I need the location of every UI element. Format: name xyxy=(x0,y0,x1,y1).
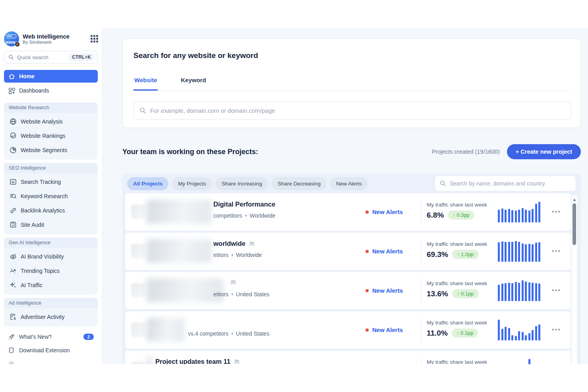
scroll-up-arrow-icon[interactable] xyxy=(573,199,576,201)
link-icon xyxy=(10,207,17,214)
sidebar-item-ai-traffic[interactable]: AI Traffic xyxy=(6,278,96,292)
app-title: Web Intelligence xyxy=(23,33,70,40)
project-region: Worldwide xyxy=(236,252,262,258)
traffic-share-stats: My traffic share last week xyxy=(427,359,487,364)
sidebar-item-clipped[interactable] xyxy=(4,358,98,364)
projects-filter-bar: All Projects My Projects Share Increasin… xyxy=(122,174,581,193)
traffic-share-stats: My traffic share last week 6.8%↑ 0.3pp xyxy=(427,202,487,220)
sidebar-item-trending-topics[interactable]: Trending Topics xyxy=(6,264,96,278)
projects-search-field[interactable] xyxy=(435,176,576,191)
sidebar-item-download-extension[interactable]: Download Extension xyxy=(4,344,98,356)
new-alerts-link[interactable]: New Alerts xyxy=(366,248,403,255)
similarweb-logo: www xyxy=(4,31,19,46)
filter-my-projects[interactable]: My Projects xyxy=(172,177,212,190)
traffic-mini-bar-chart xyxy=(498,241,542,262)
sidebar-item-site-audit[interactable]: Site Audit xyxy=(6,218,96,232)
change-badge: ↑ 0.1pp xyxy=(452,289,479,298)
sparkles-icon xyxy=(10,282,17,289)
whats-new-count-badge: 2 xyxy=(83,334,94,340)
sidebar-item-website-rankings[interactable]: Website Rankings xyxy=(6,129,96,143)
project-row[interactable]: vs.4 competitors•United States New Alert… xyxy=(125,311,571,349)
quick-search-placeholder: Quick search xyxy=(17,54,48,60)
sidebar-item-dashboards[interactable]: Dashboards xyxy=(4,84,98,97)
search-icon xyxy=(139,107,146,114)
stat-label: My traffic share last week xyxy=(427,202,487,208)
project-row[interactable]: Digital Performance competitors•Worldwid… xyxy=(125,193,571,231)
stat-label: My traffic share last week xyxy=(427,359,487,364)
traffic-share-stats: My traffic share last week 69.3%↑ 1.0pp xyxy=(427,241,487,259)
globe-chart-icon xyxy=(10,132,17,139)
projects-heading: Your team is working on these Projects: xyxy=(122,148,258,156)
project-title: Digital Performance xyxy=(213,201,275,208)
search-tabs: Website Keyword xyxy=(133,77,570,91)
traffic-mini-bar-chart xyxy=(498,320,542,340)
sidebar-item-search-tracking[interactable]: Search Tracking xyxy=(6,175,96,189)
section-title: Gen AI Intelligence xyxy=(4,238,98,248)
change-badge: ↑ 1.0pp xyxy=(452,250,479,259)
project-competitors: vs.4 competitors xyxy=(188,330,228,337)
website-search-field[interactable] xyxy=(133,101,571,120)
filter-share-increasing[interactable]: Share Increasing xyxy=(216,177,268,190)
pie-chart-icon xyxy=(10,147,17,154)
project-row[interactable]: worldwide etitors•Worldwide New Alerts M… xyxy=(125,233,571,270)
dot-separator: • xyxy=(231,252,233,258)
dot-separator: • xyxy=(231,291,233,297)
dot-separator: • xyxy=(245,212,247,219)
trending-icon xyxy=(10,267,17,274)
traffic-share-value: 6.8% xyxy=(427,211,444,220)
row-more-menu[interactable]: ••• xyxy=(552,248,561,254)
alert-dot-icon xyxy=(366,289,369,292)
sidebar-item-ai-brand-visibility[interactable]: AI Brand Visibility xyxy=(6,249,96,264)
projects-search-input[interactable] xyxy=(450,180,561,187)
sidebar-item-label: Search Tracking xyxy=(21,179,61,185)
website-search-input[interactable] xyxy=(150,107,534,114)
row-more-menu[interactable]: ••• xyxy=(552,209,561,215)
filter-share-decreasing[interactable]: Share Decreasing xyxy=(272,177,327,190)
dashboards-icon xyxy=(8,87,15,94)
stat-label: My traffic share last week xyxy=(427,280,487,286)
sidebar-item-whats-new[interactable]: What's New? 2 xyxy=(4,331,98,343)
divider xyxy=(421,279,422,302)
scrollbar-thumb[interactable] xyxy=(573,203,576,245)
app-frame: www Web Intelligence By Similarweb Quick… xyxy=(0,28,588,364)
team-icon xyxy=(230,279,236,286)
project-row-partial[interactable]: Project updates team 11 My traffic share… xyxy=(125,351,571,364)
apps-grid-icon[interactable] xyxy=(91,35,99,43)
list-scrollbar[interactable] xyxy=(572,195,577,364)
traffic-mini-bar-chart xyxy=(498,202,542,222)
divider xyxy=(421,240,422,263)
row-more-menu[interactable]: ••• xyxy=(552,287,561,294)
tab-keyword[interactable]: Keyword xyxy=(180,77,207,91)
project-logo-blurred xyxy=(131,322,145,337)
filter-new-alerts[interactable]: New Alerts xyxy=(330,177,368,190)
sidebar-item-website-analysis[interactable]: Website Analysis xyxy=(6,114,96,129)
new-alerts-link[interactable]: New Alerts xyxy=(366,287,403,294)
brand-header: www Web Intelligence By Similarweb xyxy=(4,30,99,48)
sidebar-item-home[interactable]: Home xyxy=(4,70,98,83)
quick-search-input[interactable]: Quick search CTRL+K xyxy=(4,51,98,64)
new-alerts-link[interactable]: New Alerts xyxy=(366,326,403,333)
project-row[interactable]: etitors•United States New Alerts My traf… xyxy=(125,272,571,309)
sidebar-item-label: Trending Topics xyxy=(21,268,60,274)
app-subtitle: By Similarweb xyxy=(23,40,70,45)
sidebar-item-label: AI Brand Visibility xyxy=(21,253,64,260)
sidebar-item-advertiser-activity[interactable]: $ Advertiser Activity xyxy=(6,310,96,324)
sidebar-item-keyword-research[interactable]: Keyword Research xyxy=(6,189,96,203)
sidebar-item-label: Backlink Analytics xyxy=(21,207,65,214)
browser-glyph xyxy=(7,35,16,38)
sidebar-item-label: What's New? xyxy=(19,334,52,340)
sidebar-item-website-segments[interactable]: Website Segments xyxy=(6,143,96,157)
filter-all-projects[interactable]: All Projects xyxy=(127,177,168,190)
quick-search-shortcut: CTRL+K xyxy=(69,53,94,61)
section-title: Ad Intelligence xyxy=(4,298,98,308)
puzzle-icon xyxy=(8,347,15,354)
new-alerts-link[interactable]: New Alerts xyxy=(366,209,403,215)
sidebar-item-backlink-analytics[interactable]: Backlink Analytics xyxy=(6,203,96,218)
section-seo-intelligence: SEO Intelligence Search Tracking Keyword… xyxy=(4,163,98,234)
tab-website[interactable]: Website xyxy=(133,77,158,91)
sidebar-item-label: Website Analysis xyxy=(21,118,63,125)
row-more-menu[interactable]: ••• xyxy=(552,326,561,333)
create-new-project-button[interactable]: + Create new project xyxy=(507,144,581,159)
svg-text:$: $ xyxy=(14,317,16,321)
projects-list: All Projects My Projects Share Increasin… xyxy=(122,174,581,364)
